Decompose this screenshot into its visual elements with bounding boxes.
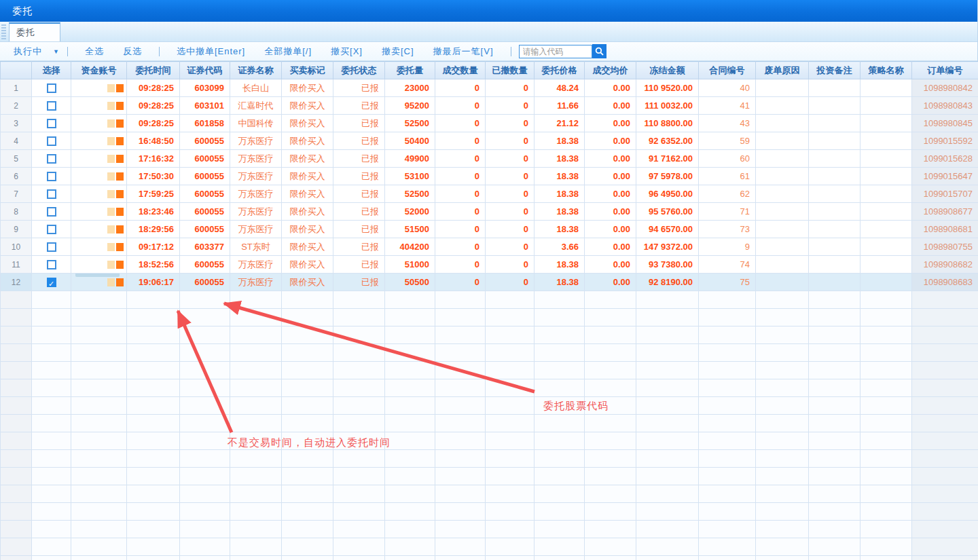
column-header-14[interactable]: 废单原因 [756, 62, 809, 79]
row-checkbox[interactable] [47, 260, 56, 269]
empty-cell [282, 450, 333, 468]
table-row[interactable]: 209:28:25603101汇嘉时代限价买入已报952000011.660.0… [1, 97, 978, 115]
column-header-3[interactable]: 证券代码 [180, 62, 230, 79]
redaction-mark [71, 278, 126, 286]
row-checkbox[interactable] [47, 154, 56, 164]
account-cell-redacted [71, 132, 127, 150]
code-search-input[interactable] [519, 45, 592, 58]
empty-cell [180, 468, 230, 485]
checkbox-cell [32, 185, 71, 203]
column-header-11[interactable]: 成交均价 [585, 62, 636, 79]
column-header-8[interactable]: 成交数量 [435, 62, 486, 79]
row-number: 5 [1, 150, 32, 168]
frozen-amount-cell: 96 4950.00 [636, 185, 699, 203]
empty-cell [435, 291, 486, 309]
empty-cell [535, 309, 585, 326]
strategy-cell [861, 132, 912, 150]
empty-cell [180, 362, 230, 379]
cancel-selected-button[interactable]: 选中撤单[Enter] [177, 45, 245, 58]
cancel-buys-button[interactable]: 撤买[X] [331, 45, 363, 58]
filled-qty-cell: 0 [435, 203, 486, 221]
cancelled-qty-cell: 0 [486, 256, 535, 274]
table-row[interactable]: 309:28:25601858中国科传限价买入已报525000021.120.0… [1, 115, 978, 132]
column-header-10[interactable]: 委托价格 [535, 62, 585, 79]
table-row[interactable]: 109:28:25603099长白山限价买入已报230000048.240.00… [1, 79, 978, 97]
status-filter-dropdown[interactable]: 执行中 ▼ [14, 45, 60, 58]
column-header-2[interactable]: 委托时间 [127, 62, 180, 79]
empty-cell [756, 362, 809, 379]
quantity-cell: 52500 [385, 185, 435, 203]
row-checkbox[interactable] [47, 207, 56, 217]
drag-grip-icon[interactable] [1, 24, 6, 39]
status-cell: 已报 [333, 274, 385, 291]
column-header-4[interactable]: 证券名称 [230, 62, 282, 79]
row-checkbox[interactable] [47, 83, 56, 93]
column-header-17[interactable]: 订单编号 [912, 62, 978, 79]
memo-cell [809, 97, 861, 115]
stock-code-cell: 601858 [180, 115, 230, 132]
table-row[interactable]: 1009:17:12603377ST东时限价买入已报404200003.660.… [1, 238, 978, 256]
search-button[interactable] [592, 44, 606, 58]
memo-cell [809, 274, 861, 291]
column-header-15[interactable]: 投资备注 [809, 62, 861, 79]
empty-cell [699, 432, 756, 450]
table-row[interactable]: 416:48:50600055万东医疗限价买入已报504000018.380.0… [1, 132, 978, 150]
invert-selection-button[interactable]: 反选 [123, 45, 142, 58]
tab-weituo[interactable]: 委托 [9, 22, 60, 41]
row-number [1, 432, 32, 450]
status-cell: 已报 [333, 238, 385, 256]
table-row[interactable]: 1118:52:56600055万东医疗限价买入已报510000018.380.… [1, 256, 978, 274]
row-checkbox[interactable] [47, 225, 56, 234]
column-header-0[interactable]: 选择 [32, 62, 71, 79]
column-header-9[interactable]: 已撤数量 [486, 62, 535, 79]
memo-cell [809, 185, 861, 203]
empty-cell [333, 538, 385, 556]
quantity-cell: 404200 [385, 238, 435, 256]
checkbox-cell [32, 150, 71, 168]
empty-row [1, 326, 978, 344]
row-checkbox[interactable] [47, 101, 56, 111]
table-row[interactable]: 918:29:56600055万东医疗限价买入已报515000018.380.0… [1, 221, 978, 238]
column-header-12[interactable]: 冻结金额 [636, 62, 699, 79]
column-header-1[interactable]: 资金账号 [71, 62, 127, 79]
select-all-button[interactable]: 全选 [85, 45, 104, 58]
column-header-13[interactable]: 合同编号 [699, 62, 756, 79]
order-time-cell: 09:28:25 [127, 115, 180, 132]
table-row[interactable]: 617:50:30600055万东医疗限价买入已报531000018.380.0… [1, 168, 978, 185]
cancel-sells-button[interactable]: 撤卖[C] [382, 45, 414, 58]
empty-cell [756, 468, 809, 485]
empty-cell [385, 326, 435, 344]
cancel-last-button[interactable]: 撤最后一笔[V] [433, 45, 494, 58]
redaction-artifact [107, 119, 115, 128]
empty-cell [585, 362, 636, 379]
redaction-artifact [107, 261, 115, 269]
strategy-cell [861, 185, 912, 203]
column-header-7[interactable]: 委托量 [385, 62, 435, 79]
order-no-cell: 1099015707 [912, 185, 978, 203]
strategy-cell [861, 256, 912, 274]
row-checkbox[interactable] [47, 242, 56, 252]
empty-cell [127, 344, 180, 362]
order-no-cell: 1098980845 [912, 115, 978, 132]
row-checkbox[interactable] [47, 136, 56, 146]
memo-cell [809, 150, 861, 168]
cancel-all-button[interactable]: 全部撤单[/] [264, 45, 312, 58]
row-checkbox[interactable] [47, 119, 56, 128]
table-row[interactable]: 818:23:46600055万东医疗限价买入已报520000018.380.0… [1, 203, 978, 221]
row-checkbox[interactable] [47, 189, 56, 199]
empty-cell [585, 503, 636, 521]
empty-cell [435, 468, 486, 485]
redaction-artifact [116, 119, 124, 128]
row-checkbox[interactable] [47, 172, 56, 181]
column-header-16[interactable]: 策略名称 [861, 62, 912, 79]
column-header-5[interactable]: 买卖标记 [282, 62, 333, 79]
order-time-cell: 17:16:32 [127, 150, 180, 168]
table-row[interactable]: 12✓19:06:17600055万东医疗限价买入已报505000018.380… [1, 274, 978, 291]
column-header-6[interactable]: 委托状态 [333, 62, 385, 79]
row-checkbox[interactable]: ✓ [47, 278, 56, 287]
table-row[interactable]: 717:59:25600055万东医疗限价买入已报525000018.380.0… [1, 185, 978, 203]
cancelled-qty-cell: 0 [486, 79, 535, 97]
memo-cell [809, 238, 861, 256]
empty-cell [32, 556, 71, 560]
table-row[interactable]: 517:16:32600055万东医疗限价买入已报499000018.380.0… [1, 150, 978, 168]
